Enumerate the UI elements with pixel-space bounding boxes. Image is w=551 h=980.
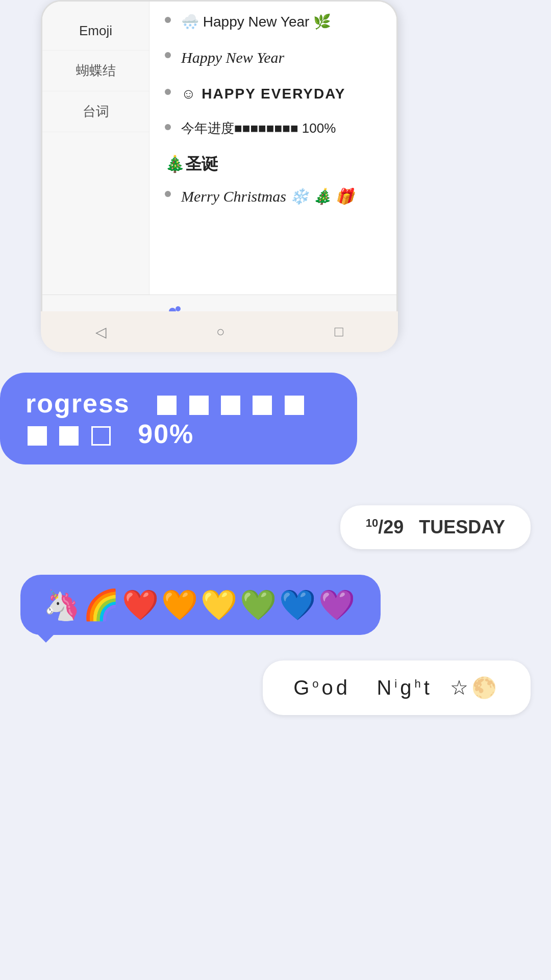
progress-bubble: rogress 90% bbox=[0, 373, 357, 464]
christmas-text-1: Merry Christmas ❄️ 🎄 🎁 bbox=[181, 186, 354, 207]
svg-point-1 bbox=[176, 306, 181, 311]
chat-area: 10/29 TUESDAY 🦄🌈❤️🧡💛💚💙💜 Good Night ☆🌕 bbox=[0, 505, 551, 725]
christmas-header: 🎄圣诞 bbox=[165, 153, 381, 176]
sidebar-item-scripts[interactable]: 台词 bbox=[42, 91, 149, 132]
new-year-item-2: Happy New Year bbox=[165, 47, 381, 68]
good-night-text: Good Night ☆🌕 bbox=[293, 676, 500, 699]
phone-screen: Emoji 蝴蝶结 台词 🌨️ Happy New Year 🌿 Happy N… bbox=[42, 2, 396, 295]
emoji-bubble: 🦄🌈❤️🧡💛💚💙💜 bbox=[20, 575, 381, 635]
block-5 bbox=[285, 396, 304, 415]
block-8 bbox=[91, 426, 111, 446]
bullet-dot bbox=[165, 17, 171, 23]
android-nav: ◁ ○ □ bbox=[41, 311, 398, 352]
progress-percent: 90% bbox=[138, 419, 194, 449]
content-area: 🌨️ Happy New Year 🌿 Happy New Year ☺️ HA… bbox=[149, 2, 396, 295]
bullet-dot-3 bbox=[165, 89, 171, 95]
date-bubble: 10/29 TUESDAY bbox=[340, 505, 531, 549]
sidebar-item-bowtie[interactable]: 蝴蝶结 bbox=[42, 51, 149, 91]
emoji-message: 🦄🌈❤️🧡💛💚💙💜 bbox=[43, 588, 358, 621]
new-year-item-4: 今年进度■■■■■■■■ 100% bbox=[165, 119, 381, 137]
date-month: 10 bbox=[366, 517, 378, 529]
sidebar-item-emoji[interactable]: Emoji bbox=[42, 12, 149, 51]
date-weekday: TUESDAY bbox=[419, 517, 505, 537]
block-7 bbox=[59, 426, 79, 446]
sidebar: Emoji 蝴蝶结 台词 bbox=[42, 2, 149, 295]
date-text: 10/29 TUESDAY bbox=[366, 517, 505, 537]
new-year-text-3: ☺️ HAPPY EVERYDAY bbox=[181, 84, 346, 104]
date-day: 29 bbox=[383, 517, 404, 537]
good-night-bubble: Good Night ☆🌕 bbox=[263, 660, 531, 715]
new-year-text-2: Happy New Year bbox=[181, 47, 284, 68]
block-1 bbox=[157, 396, 177, 415]
lower-section: rogress 90% 10/29 TUESDAY 🦄🌈❤️🧡 bbox=[0, 373, 551, 980]
block-6 bbox=[28, 426, 47, 446]
block-4 bbox=[253, 396, 272, 415]
back-button[interactable]: ◁ bbox=[95, 324, 107, 340]
new-year-item-3: ☺️ HAPPY EVERYDAY bbox=[165, 84, 381, 104]
new-year-text-4: 今年进度■■■■■■■■ 100% bbox=[181, 119, 336, 137]
bullet-dot-5 bbox=[165, 191, 171, 197]
recent-button[interactable]: □ bbox=[335, 324, 343, 340]
progress-text: rogress 90% bbox=[26, 388, 332, 449]
block-3 bbox=[221, 396, 240, 415]
home-button[interactable]: ○ bbox=[216, 324, 225, 340]
new-year-text-1: 🌨️ Happy New Year 🌿 bbox=[181, 12, 331, 32]
new-year-item-1: 🌨️ Happy New Year 🌿 bbox=[165, 12, 381, 32]
bullet-dot-2 bbox=[165, 52, 171, 58]
progress-label: rogress bbox=[26, 388, 130, 418]
block-2 bbox=[189, 396, 209, 415]
christmas-item-1: Merry Christmas ❄️ 🎄 🎁 bbox=[165, 186, 381, 207]
bullet-dot-4 bbox=[165, 124, 171, 130]
phone-mockup: Emoji 蝴蝶结 台词 🌨️ Happy New Year 🌿 Happy N… bbox=[41, 0, 398, 347]
